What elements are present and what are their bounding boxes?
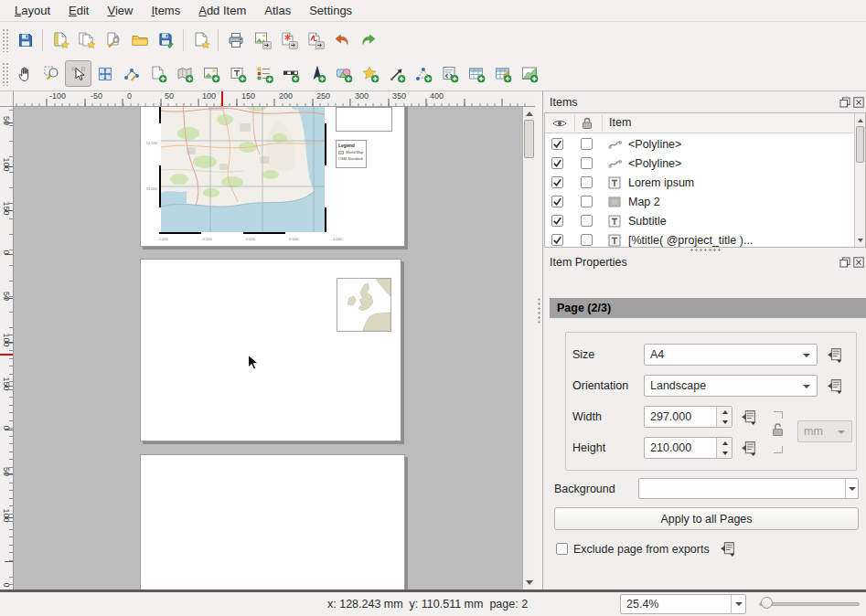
add-shape-button[interactable] bbox=[330, 60, 357, 87]
page-2[interactable] bbox=[140, 259, 401, 441]
page-3[interactable] bbox=[140, 454, 405, 589]
add-marker-button[interactable] bbox=[357, 60, 383, 87]
scrollbar-thumb[interactable] bbox=[524, 120, 534, 158]
zoom-slider[interactable] bbox=[759, 595, 860, 611]
zoom-combo-dropdown[interactable] bbox=[731, 595, 745, 613]
add-north-arrow-button[interactable] bbox=[304, 60, 330, 87]
panel-splitter-handle[interactable] bbox=[690, 249, 721, 251]
orientation-combo[interactable]: Landscape bbox=[644, 375, 818, 397]
items-row[interactable]: [%title( @project_title )... bbox=[545, 230, 856, 248]
menu-edit[interactable]: Edit bbox=[59, 1, 98, 20]
scroll-down-button[interactable] bbox=[854, 234, 866, 246]
move-content-tool-button[interactable] bbox=[91, 60, 118, 87]
scroll-up-button[interactable] bbox=[523, 108, 535, 120]
menu-settings[interactable]: Settings bbox=[300, 1, 361, 20]
map-2-item[interactable] bbox=[337, 278, 391, 332]
add-fixed-table-button[interactable] bbox=[489, 60, 516, 87]
float-panel-button[interactable] bbox=[839, 256, 850, 268]
float-panel-button[interactable] bbox=[839, 96, 850, 108]
menu-view[interactable]: View bbox=[98, 1, 142, 20]
undo-button[interactable] bbox=[328, 27, 355, 53]
page-1[interactable]: 51.500 51.000 -1.000 -0.500 0.000 0.500 … bbox=[140, 107, 405, 247]
new-layout-button[interactable] bbox=[47, 27, 73, 53]
items-row[interactable]: Subtitle bbox=[545, 211, 856, 230]
zoom-level-combo[interactable]: 25.4% bbox=[620, 594, 746, 614]
items-row[interactable]: <Polyline> bbox=[545, 134, 856, 154]
splitter-handle[interactable] bbox=[538, 297, 540, 324]
close-panel-button[interactable] bbox=[852, 256, 864, 268]
layout-canvas[interactable]: 51.500 51.000 -1.000 -0.500 0.000 0.500 … bbox=[14, 107, 522, 589]
exclude-page-checkbox[interactable] bbox=[556, 543, 568, 555]
spin-up-button[interactable] bbox=[717, 438, 732, 448]
add-html-button[interactable] bbox=[436, 60, 463, 87]
visibility-checkbox[interactable] bbox=[551, 234, 563, 246]
export-svg-button[interactable] bbox=[275, 27, 302, 53]
visibility-checkbox[interactable] bbox=[551, 176, 563, 188]
map-item[interactable] bbox=[159, 107, 326, 234]
lock-checkbox[interactable] bbox=[581, 215, 593, 227]
scroll-down-button[interactable] bbox=[523, 577, 535, 589]
menu-items[interactable]: Items bbox=[142, 1, 189, 20]
visibility-checkbox[interactable] bbox=[551, 215, 563, 227]
export-pdf-button[interactable] bbox=[302, 27, 328, 53]
scroll-up-button[interactable] bbox=[854, 114, 866, 126]
add-label-button[interactable] bbox=[224, 60, 251, 87]
open-template-button[interactable] bbox=[126, 27, 153, 53]
add-node-item-button[interactable] bbox=[410, 60, 436, 87]
scrollbar-thumb[interactable] bbox=[856, 126, 864, 163]
add-legend-button[interactable] bbox=[251, 60, 277, 87]
save-as-template-button[interactable] bbox=[153, 27, 179, 53]
height-data-defined-button[interactable] bbox=[737, 437, 759, 459]
add-attribute-table-button[interactable] bbox=[463, 60, 489, 87]
zoom-tool-button[interactable] bbox=[38, 60, 65, 87]
canvas-vertical-scrollbar[interactable] bbox=[522, 107, 535, 589]
items-row[interactable]: Map 2 bbox=[545, 192, 856, 211]
menu-add-item[interactable]: Add Item bbox=[189, 1, 255, 20]
height-spinbox[interactable]: 210.000 bbox=[644, 437, 732, 459]
frame-item[interactable] bbox=[336, 107, 392, 132]
visibility-checkbox[interactable] bbox=[551, 157, 563, 169]
select-move-tool-button[interactable] bbox=[65, 60, 91, 87]
background-color-button[interactable] bbox=[638, 478, 859, 499]
slider-handle[interactable] bbox=[761, 597, 773, 609]
duplicate-layout-button[interactable] bbox=[73, 27, 100, 53]
width-data-defined-button[interactable] bbox=[737, 406, 759, 428]
pan-tool-button[interactable] bbox=[12, 60, 38, 87]
spin-down-button[interactable] bbox=[717, 448, 732, 458]
spin-up-button[interactable] bbox=[717, 407, 732, 417]
background-color-dropdown[interactable] bbox=[845, 479, 858, 498]
toolbar-drag-handle[interactable] bbox=[2, 62, 9, 86]
add-elevation-profile-button[interactable] bbox=[516, 60, 542, 87]
lock-checkbox[interactable] bbox=[581, 138, 593, 150]
redo-button[interactable] bbox=[355, 27, 381, 53]
save-project-button[interactable] bbox=[12, 27, 38, 53]
add-arrow-button[interactable] bbox=[383, 60, 410, 87]
lock-checkbox[interactable] bbox=[581, 157, 593, 169]
add-page-button[interactable] bbox=[144, 60, 171, 87]
items-row[interactable]: <Polyline> bbox=[545, 154, 856, 173]
close-panel-button[interactable] bbox=[852, 96, 864, 108]
orientation-data-defined-button[interactable] bbox=[823, 375, 845, 397]
export-image-button[interactable] bbox=[249, 27, 275, 53]
items-tree-scrollbar[interactable] bbox=[854, 113, 865, 247]
visibility-checkbox[interactable] bbox=[551, 138, 563, 150]
slider-groove[interactable] bbox=[759, 602, 860, 606]
edit-nodes-tool-button[interactable] bbox=[118, 60, 144, 87]
size-combo[interactable]: A4 bbox=[644, 344, 818, 366]
spin-down-button[interactable] bbox=[717, 417, 732, 427]
add-scalebar-button[interactable] bbox=[277, 60, 304, 87]
legend-item[interactable]: Legend World Map OSM Standard bbox=[336, 140, 367, 168]
lock-checkbox[interactable] bbox=[581, 196, 593, 207]
visibility-checkbox[interactable] bbox=[551, 196, 563, 207]
layout-manager-button[interactable] bbox=[100, 27, 126, 53]
lock-checkbox[interactable] bbox=[581, 234, 593, 246]
size-data-defined-button[interactable] bbox=[823, 344, 845, 366]
lock-checkbox[interactable] bbox=[581, 176, 593, 188]
unlock-icon[interactable] bbox=[772, 422, 784, 437]
add-from-template-button[interactable] bbox=[187, 27, 214, 53]
apply-to-all-pages-button[interactable]: Apply to all Pages bbox=[554, 507, 859, 530]
add-map-button[interactable] bbox=[171, 60, 198, 87]
exclude-data-defined-button[interactable] bbox=[719, 540, 736, 558]
menu-atlas[interactable]: Atlas bbox=[255, 1, 300, 20]
toolbar-drag-handle[interactable] bbox=[2, 28, 9, 52]
